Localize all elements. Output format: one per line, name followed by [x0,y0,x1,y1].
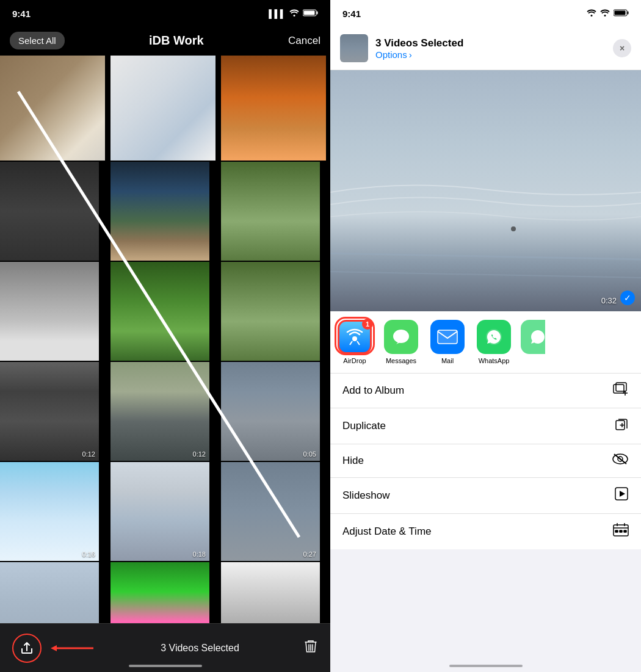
status-icons-right [587,9,629,18]
adjust-date-time-label: Adjust Date & Time [342,526,432,538]
app-icon-messages[interactable]: Messages [382,320,421,364]
svg-rect-12 [628,11,629,14]
airdrop-label: AirDrop [343,357,366,364]
home-indicator-right [449,665,523,667]
photo-cell-11[interactable]: 0:05 [221,362,320,461]
preview-selected-check: ✓ [620,291,635,305]
photo-cell-6[interactable] [0,262,99,361]
mail-label: Mail [441,357,454,364]
app-icon-wa[interactable] [521,320,545,364]
action-hide[interactable]: Hide [330,444,641,478]
whatsapp-phone-icon [483,327,504,347]
photo-cell-5[interactable] [221,56,326,161]
photo-cell-9[interactable]: 0:12 [0,362,99,461]
photo-cell-1[interactable] [0,56,105,161]
duplicate-icon [614,417,629,435]
photo-cell-10[interactable]: 0:12 [110,362,209,461]
wifi-icon-right [600,9,610,18]
cancel-button[interactable]: Cancel [288,35,320,47]
svg-rect-23 [438,330,457,344]
svg-marker-8 [51,645,57,651]
svg-line-20 [357,341,360,345]
action-adjust-date-time[interactable]: Adjust Date & Time [330,514,641,549]
app-icon-whatsapp[interactable]: WhatsApp [474,320,513,364]
svg-rect-25 [614,385,624,393]
svg-marker-22 [396,342,401,344]
right-panel: 9:41 [330,0,641,672]
share-icon [16,637,38,659]
wifi-icon [289,9,299,18]
status-icons-left: ▌▌▌ [269,9,318,18]
left-panel: 9:41 ▌▌▌ Select All iDB Work Can [0,0,330,672]
photo-cell-8[interactable] [221,162,320,261]
album-title: iDB Work [149,34,204,48]
svg-point-18 [352,336,357,341]
app-icon-mail[interactable]: Mail [428,320,467,364]
preview-image: ✓ 0:32 [330,70,641,311]
photo-cell-4[interactable] [110,162,209,261]
svg-rect-39 [615,530,618,532]
svg-point-10 [604,15,606,16]
chevron-right-icon: › [409,49,412,60]
svg-point-15 [511,226,516,231]
video-duration-11: 0:05 [303,450,316,458]
signal-icon-right [587,9,596,18]
video-duration-12: 0:16 [82,551,95,558]
app-icons-row: 1 AirDrop Messages Mail [330,311,641,374]
duplicate-label: Duplicate [342,420,386,432]
preview-svg [330,70,641,311]
airdrop-badge: 1 [362,319,373,330]
slideshow-label: Slideshow [342,490,390,502]
trash-icon[interactable] [303,638,318,658]
photo-cell-8b[interactable] [221,262,320,361]
svg-point-9 [591,15,593,16]
adjust-date-time-icon [613,522,629,541]
messages-bubble-icon [391,327,411,347]
photo-cell-12[interactable]: 0:16 [0,462,99,561]
close-share-button[interactable]: × [613,39,631,57]
svg-rect-26 [616,383,626,391]
status-bar-left: 9:41 ▌▌▌ [0,0,330,27]
add-to-album-label: Add to Album [342,385,404,397]
svg-marker-36 [620,491,625,497]
album-header: Select All iDB Work Cancel [0,27,330,56]
signal-icon: ▌▌▌ [269,9,286,18]
video-duration-10: 0:12 [193,450,206,458]
svg-rect-3 [304,10,315,15]
red-arrow [48,642,96,654]
svg-line-34 [614,454,626,464]
video-duration-14: 0:27 [303,551,316,558]
video-duration-13: 0:18 [193,551,206,558]
mail-icon-circle [430,320,465,354]
home-indicator-left [129,665,202,667]
share-thumbnail [340,34,368,62]
airdrop-waves-icon [345,327,364,347]
photo-cell-3[interactable] [0,162,99,261]
action-duplicate[interactable]: Duplicate [330,408,641,444]
action-list: Add to Album Duplicate [330,374,641,549]
hide-label: Hide [342,455,364,467]
share-circle[interactable] [12,634,42,663]
select-all-button[interactable]: Select All [10,32,65,49]
svg-rect-41 [624,530,626,532]
videos-selected-label: 3 Videos Selected [96,643,303,654]
svg-line-19 [350,341,352,345]
svg-rect-40 [620,530,622,532]
photo-cell-14[interactable]: 0:27 [221,462,320,561]
photo-grid: 0:12 0:12 0:05 0:16 0:18 0:27 ✓ ✓ ✓ [0,56,330,661]
whatsapp-label: WhatsApp [479,357,510,364]
battery-icon-right [614,9,629,18]
svg-rect-2 [317,11,318,14]
airdrop-icon-circle: 1 [338,320,372,354]
action-slideshow[interactable]: Slideshow [330,478,641,514]
video-duration-9: 0:12 [82,450,95,458]
photo-cell-7[interactable] [110,262,209,361]
action-add-to-album[interactable]: Add to Album [330,374,641,408]
hide-icon [612,453,629,469]
app-icon-airdrop[interactable]: 1 AirDrop [335,320,374,364]
photo-cell-2[interactable] [110,56,215,161]
share-options-link[interactable]: Options › [375,49,606,60]
messages-icon-circle [384,320,418,354]
photo-cell-13[interactable]: 0:18 [110,462,209,561]
svg-rect-13 [615,10,626,15]
